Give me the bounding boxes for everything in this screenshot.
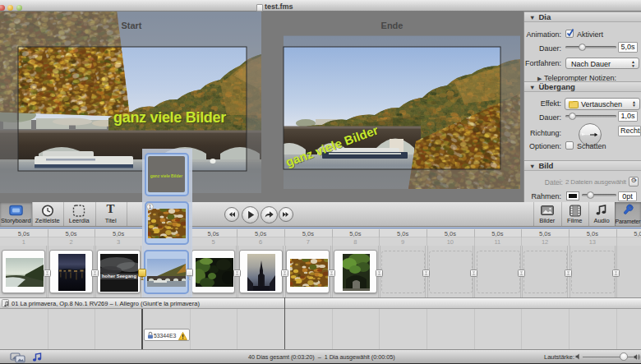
svg-text:hoher Seegang: hoher Seegang (102, 273, 136, 278)
svg-text:ganz viele Bilder: ganz viele Bilder (113, 109, 226, 126)
